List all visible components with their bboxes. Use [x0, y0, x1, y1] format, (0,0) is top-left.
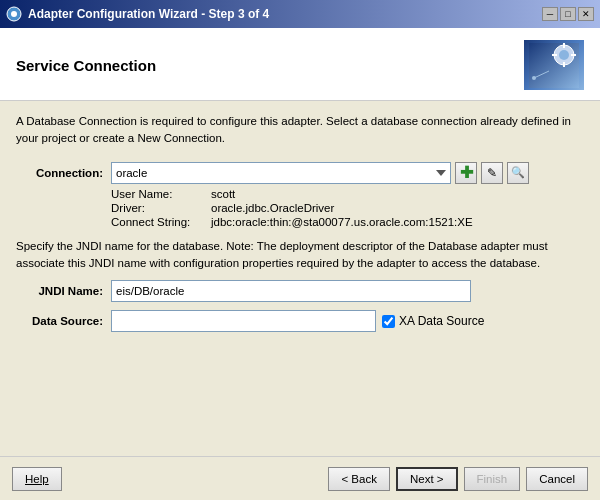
close-button[interactable]: ✕	[578, 7, 594, 21]
footer: Help < Back Next > Finish Cancel	[0, 456, 600, 500]
connection-info: User Name: scott Driver: oracle.jdbc.Ora…	[111, 188, 584, 228]
xa-label: XA Data Source	[399, 314, 484, 328]
jndi-description: Specify the JNDI name for the database. …	[16, 238, 584, 273]
content: A Database Connection is required to con…	[0, 101, 600, 352]
minimize-button[interactable]: ─	[542, 7, 558, 21]
connect-string-row: Connect String: jdbc:oracle:thin:@sta000…	[111, 216, 584, 228]
help-button[interactable]: Help	[12, 467, 62, 491]
driver-value: oracle.jdbc.OracleDriver	[211, 202, 334, 214]
next-button[interactable]: Next >	[396, 467, 458, 491]
username-row: User Name: scott	[111, 188, 584, 200]
search-connection-button[interactable]: 🔍	[507, 162, 529, 184]
add-connection-button[interactable]: ✚	[455, 162, 477, 184]
svg-point-4	[559, 50, 569, 60]
jndi-input[interactable]	[111, 280, 471, 302]
edit-connection-button[interactable]: ✎	[481, 162, 503, 184]
datasource-label: Data Source:	[16, 315, 111, 327]
jndi-label: JNDI Name:	[16, 285, 111, 297]
title-bar-controls: ─ □ ✕	[542, 7, 594, 21]
xa-section: XA Data Source	[382, 314, 484, 328]
maximize-button[interactable]: □	[560, 7, 576, 21]
wizard-body: Service Connection	[0, 28, 600, 500]
footer-right: < Back Next > Finish Cancel	[328, 467, 588, 491]
username-label: User Name:	[111, 188, 211, 200]
username-value: scott	[211, 188, 235, 200]
connect-string-label: Connect String:	[111, 216, 211, 228]
wizard-header-title: Service Connection	[16, 57, 156, 74]
connection-label: Connection:	[16, 167, 111, 179]
title-bar-icon	[6, 6, 22, 22]
driver-label: Driver:	[111, 202, 211, 214]
finish-button[interactable]: Finish	[464, 467, 521, 491]
datasource-row: Data Source: XA Data Source	[16, 310, 584, 332]
datasource-input[interactable]	[111, 310, 376, 332]
title-bar-text: Adapter Configuration Wizard - Step 3 of…	[28, 7, 542, 21]
connect-string-value: jdbc:oracle:thin:@sta00077.us.oracle.com…	[211, 216, 473, 228]
footer-left: Help	[12, 467, 62, 491]
connection-select[interactable]: oracle	[111, 162, 451, 184]
driver-row: Driver: oracle.jdbc.OracleDriver	[111, 202, 584, 214]
title-bar: Adapter Configuration Wizard - Step 3 of…	[0, 0, 600, 28]
svg-point-1	[11, 11, 17, 17]
jndi-row: JNDI Name:	[16, 280, 584, 302]
wizard-header: Service Connection	[0, 28, 600, 101]
connection-row: Connection: oracle ✚ ✎ 🔍	[16, 162, 584, 184]
xa-checkbox[interactable]	[382, 315, 395, 328]
description-text: A Database Connection is required to con…	[16, 113, 584, 148]
back-button[interactable]: < Back	[328, 467, 389, 491]
cancel-button[interactable]: Cancel	[526, 467, 588, 491]
wizard-header-icon	[524, 40, 584, 90]
svg-point-10	[532, 76, 536, 80]
